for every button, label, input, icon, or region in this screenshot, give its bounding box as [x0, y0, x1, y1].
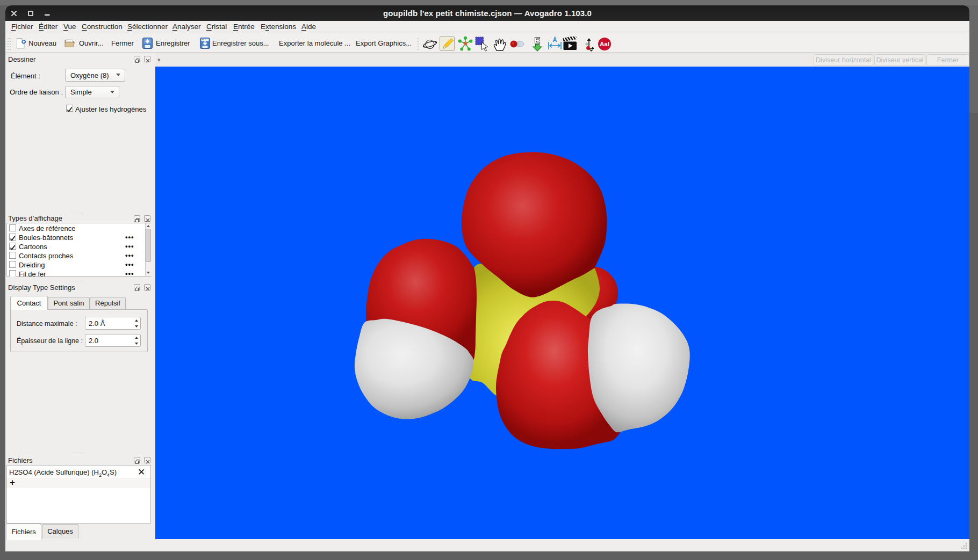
- svg-text:Å: Å: [553, 37, 557, 43]
- svg-text:AaI: AaI: [600, 41, 609, 47]
